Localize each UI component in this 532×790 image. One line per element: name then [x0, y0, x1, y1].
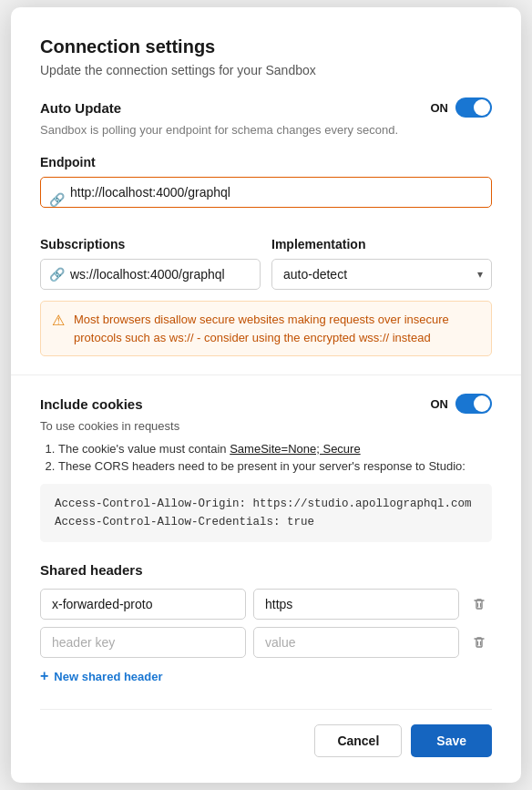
implementation-label: Implementation — [271, 237, 492, 251]
endpoint-link-icon: 🔗 — [49, 192, 65, 207]
warning-box: ⚠ Most browsers disallow secure websites… — [40, 301, 492, 356]
footer-buttons: Cancel Save — [40, 709, 492, 757]
header-value-input-2[interactable] — [253, 627, 459, 658]
include-cookies-toggle-wrapper: ON — [431, 394, 493, 414]
cookies-note: To use cookies in requests — [40, 419, 492, 433]
include-cookies-label: Include cookies — [40, 396, 143, 412]
header-key-input-1[interactable] — [40, 589, 246, 620]
cors-line-2: Access-Control-Allow-Credentials: true — [55, 513, 477, 531]
cookies-list-item-1-text: The cookie's value must contain — [58, 442, 230, 456]
modal-subtitle: Update the connection settings for your … — [40, 63, 492, 77]
cookies-list: The cookie's value must contain SameSite… — [40, 442, 492, 473]
endpoint-label: Endpoint — [40, 155, 492, 169]
include-cookies-toggle[interactable] — [455, 394, 492, 414]
warning-text: Most browsers disallow secure websites m… — [74, 311, 480, 346]
header-row-1 — [40, 589, 492, 620]
implementation-select-wrapper: auto-detect ▾ — [271, 259, 492, 290]
subscriptions-link-icon: 🔗 — [49, 267, 65, 282]
add-shared-header-button[interactable]: + New shared header — [40, 665, 163, 687]
shared-headers-section: Shared headers — [40, 562, 492, 687]
cors-code-box: Access-Control-Allow-Origin: https://stu… — [40, 484, 492, 542]
subscriptions-input-wrapper: 🔗 — [40, 259, 261, 290]
warning-icon: ⚠ — [52, 312, 65, 346]
implementation-select[interactable]: auto-detect — [271, 259, 492, 290]
cookies-list-item-1: The cookie's value must contain SameSite… — [58, 442, 492, 456]
header-value-input-1[interactable] — [253, 589, 459, 620]
include-cookies-row: Include cookies ON — [40, 394, 492, 414]
cancel-button[interactable]: Cancel — [314, 724, 402, 757]
cookies-list-item-2: These CORS headers need to be present in… — [58, 459, 492, 473]
subscriptions-label: Subscriptions — [40, 237, 261, 251]
cookies-list-item-2-text: These CORS headers need to be present in… — [58, 459, 466, 473]
shared-headers-title: Shared headers — [40, 562, 492, 578]
auto-update-row: Auto Update ON — [40, 97, 492, 118]
delete-header-button-1[interactable] — [466, 593, 492, 615]
delete-header-button-2[interactable] — [466, 631, 492, 653]
polling-note: Sandbox is polling your endpoint for sch… — [40, 123, 492, 137]
auto-update-toggle-wrapper: ON — [431, 97, 493, 118]
samesite-link[interactable]: SameSite=None; Secure — [230, 442, 360, 456]
include-cookies-state: ON — [431, 397, 449, 411]
plus-icon: + — [40, 669, 48, 683]
subscriptions-input[interactable] — [40, 259, 261, 290]
endpoint-input[interactable] — [40, 177, 492, 208]
header-key-input-2[interactable] — [40, 627, 246, 658]
auto-update-toggle[interactable] — [455, 97, 492, 118]
trash-icon-2 — [472, 635, 486, 650]
save-button[interactable]: Save — [411, 724, 492, 757]
auto-update-state: ON — [431, 101, 449, 115]
endpoint-input-wrapper: 🔗 — [40, 177, 492, 222]
cors-line-1: Access-Control-Allow-Origin: https://stu… — [55, 495, 477, 513]
header-row-2 — [40, 627, 492, 658]
connection-settings-modal: Connection settings Update the connectio… — [11, 7, 521, 783]
add-header-label: New shared header — [54, 670, 162, 683]
subscriptions-col: Subscriptions 🔗 — [40, 237, 261, 290]
implementation-col: Implementation auto-detect ▾ — [271, 237, 492, 290]
subscriptions-row: Subscriptions 🔗 Implementation auto-dete… — [40, 237, 492, 290]
divider-1 — [11, 374, 521, 375]
trash-icon-1 — [472, 597, 486, 611]
include-cookies-section: Include cookies ON To use cookies in req… — [40, 394, 492, 542]
auto-update-label: Auto Update — [40, 100, 121, 116]
modal-title: Connection settings — [40, 36, 492, 57]
